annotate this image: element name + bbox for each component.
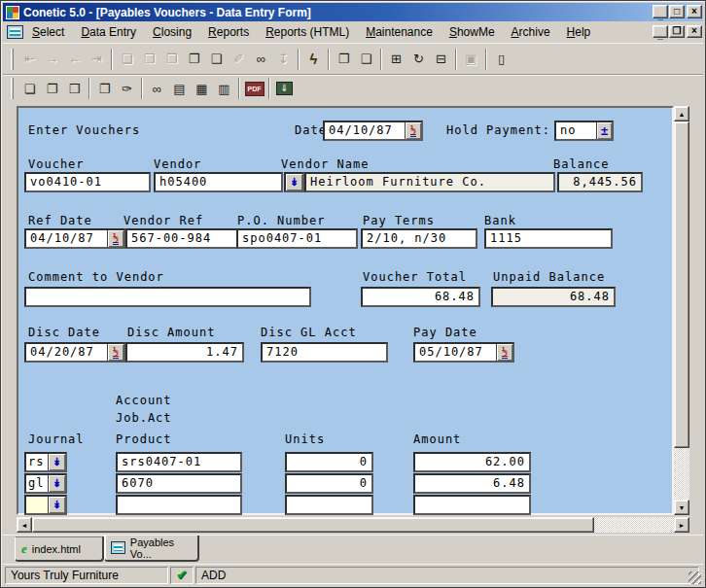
scroll-left-button[interactable]: ◄ [17,517,32,533]
refresh-icon: ↻ [413,52,424,66]
unpaid-balance-label: Unpaid Balance [493,270,605,284]
mdi-minimize-button[interactable]: _ [653,25,668,38]
menu-help[interactable]: Help [567,25,591,39]
tab-index-html[interactable]: e index.html [15,536,104,562]
search-button[interactable]: ∞ [146,78,168,99]
scroll-right-button[interactable]: ► [674,517,689,533]
pdf-button[interactable]: PDF [243,78,265,99]
units-field[interactable]: 0 [285,452,373,472]
image-edit-button[interactable]: ▤ [168,78,191,99]
date-field[interactable]: 04/10/87 [325,122,405,139]
menu-select[interactable]: Select [32,25,64,39]
open-button[interactable]: ❒ [63,78,86,99]
units-field[interactable]: 0 [285,473,373,494]
form-title: Enter Vouchers [28,123,140,137]
journal-lookup-button[interactable]: ↡ [48,454,65,470]
ref-date-calendar-button[interactable]: ½ [107,230,124,247]
pay-terms-label: Pay Terms [363,214,435,227]
ref-date-field[interactable]: 04/10/87 [26,230,107,247]
bank-field[interactable]: 1115 [484,228,613,249]
tab-payables-vouchers[interactable]: Payables Vo... [104,536,199,562]
disc-date-field[interactable]: 04/20/87 [26,344,107,361]
hold-payment-field[interactable]: no [556,122,596,139]
delete-record-button[interactable]: ❑ [205,49,228,70]
disc-amount-field[interactable]: 1.47 [125,342,244,363]
image-save-button[interactable]: ▦ [191,78,213,99]
export-button[interactable]: ⇓ [273,78,296,99]
hold-payment-label: Hold Payment: [446,123,550,137]
close-button[interactable]: × [687,5,702,18]
units-field[interactable] [285,495,373,515]
menu-archive[interactable]: Archive [512,25,550,39]
voucher-label: Voucher [28,157,85,171]
menu-reports[interactable]: Reports [208,25,249,39]
new-entry-button[interactable]: ❏ [18,78,41,99]
menu-reports-html[interactable]: Reports (HTML) [265,25,349,39]
previous-record-icon: ← [68,52,81,66]
pay-date-calendar-button[interactable]: ½ [496,344,512,361]
title-bar: Conetic 5.0 - [Payables Vouchers - Data … [3,3,703,21]
journal-lookup-button[interactable]: ↡ [48,497,65,513]
find-button[interactable]: ∞ [250,49,272,70]
pay-date-field[interactable]: 05/10/87 [415,344,496,361]
minimize-button[interactable]: _ [653,5,668,18]
date-calendar-button[interactable]: ½ [405,122,421,139]
menu-showme[interactable]: ShowMe [449,25,495,39]
mdi-restore-button[interactable]: ❐ [669,25,685,38]
scroll-up-button[interactable]: ▲ [674,106,689,121]
mdi-restore-icon: ❐ [673,25,682,36]
voucher-field[interactable]: vo0410-01 [24,172,151,192]
voucher-total-field[interactable]: 68.48 [361,287,480,307]
maximize-button[interactable]: □ [669,5,685,18]
journal-field-focused[interactable] [26,497,48,513]
system-menu-icon[interactable] [7,25,23,39]
toolbar-separator [328,49,330,70]
product-field[interactable]: 6070 [116,473,242,494]
po-number-field[interactable]: spo0407-01 [236,228,358,249]
add-record-button: ❐ [160,49,183,70]
vendor-lookup-button[interactable]: ↡ [286,174,302,190]
copy-button[interactable]: ❐ [333,49,355,70]
scroll-down-button[interactable]: ▼ [674,500,689,515]
copy-record-button[interactable]: ❐ [183,49,205,70]
open-add-button[interactable]: ❐ [41,78,63,99]
exit-button[interactable]: ▯ [490,49,512,70]
toolbar-separator [380,49,382,70]
journal-field[interactable]: rs [26,454,48,470]
refresh-button[interactable]: ↻ [407,49,430,70]
voucher-total-label: Voucher Total [363,270,467,284]
toolbar-grip [11,78,14,99]
amount-field[interactable]: 62.00 [413,452,531,472]
open-post-button[interactable]: ❐ [93,78,116,99]
left-arrow-icon: ◄ [21,522,28,529]
execute-button[interactable]: ϟ [302,49,325,70]
disc-date-calendar-button[interactable]: ½ [107,344,124,361]
product-label: Product [116,432,172,446]
menu-data-entry[interactable]: Data Entry [81,25,136,39]
window-button[interactable]: ⊞ [385,49,407,70]
product-field[interactable]: srs0407-01 [116,452,242,472]
amount-field[interactable] [413,495,531,515]
vertical-scroll-thumb[interactable] [674,121,689,448]
journal-lookup-button[interactable]: ↡ [48,475,65,492]
comment-field[interactable] [24,287,311,307]
pay-terms-field[interactable]: 2/10, n/30 [361,228,477,249]
product-field[interactable] [116,495,242,515]
menu-maintenance[interactable]: Maintenance [366,25,433,39]
horizontal-scroll-thumb[interactable] [32,517,594,533]
paste-button[interactable]: ❑ [355,49,377,70]
hold-payment-spinner[interactable]: ± [596,122,612,139]
mdi-close-button[interactable]: × [687,25,702,38]
print-button[interactable]: ⊟ [430,49,452,70]
vendor-ref-field[interactable]: 567-00-984 [125,228,252,249]
close-icon: × [691,6,697,17]
menu-closing[interactable]: Closing [153,25,192,39]
lookup-list-icon: ↡ [53,456,61,468]
vendor-field[interactable]: h05400 [154,172,283,192]
resize-grip[interactable] [688,571,701,584]
sign-button[interactable]: ✑ [116,78,138,99]
amount-field[interactable]: 6.48 [413,473,531,494]
delete-button[interactable]: ▥ [213,78,235,99]
journal-field[interactable]: gl [26,475,48,492]
disc-gl-acct-field[interactable]: 7120 [261,342,388,363]
